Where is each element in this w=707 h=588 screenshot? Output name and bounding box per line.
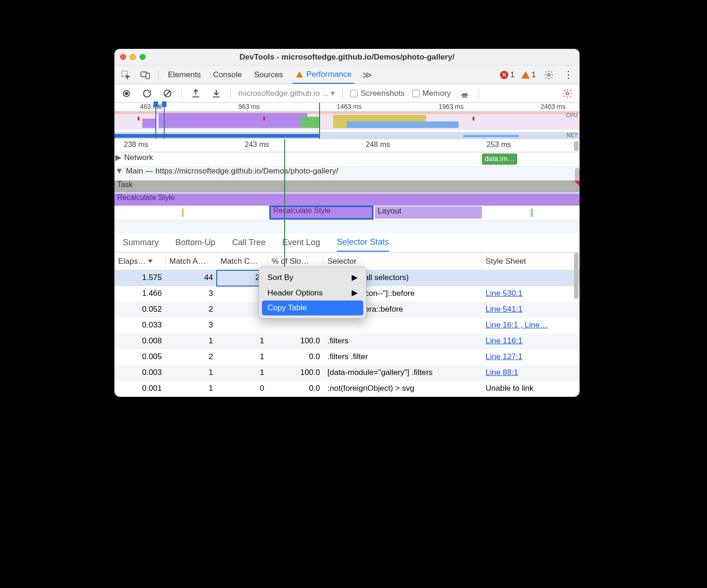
cell-stylesheet <box>482 270 566 286</box>
tab-summary[interactable]: Summary <box>123 234 159 251</box>
device-toolbar-icon[interactable] <box>139 68 152 81</box>
cell-stylesheet: Line 541:1 <box>482 302 566 318</box>
tab-label: Sources <box>254 70 283 80</box>
cell-match-attempts: 44 <box>166 270 217 286</box>
task-bar[interactable]: Task <box>114 180 580 193</box>
table-row[interactable]: 0.00311100.0[data-module="gallery"] .fil… <box>114 365 580 381</box>
checkbox-label: Memory <box>422 89 451 98</box>
tab-selector-stats[interactable]: Selector Stats <box>337 234 389 252</box>
svg-rect-2 <box>146 73 149 79</box>
overview-tick: 2463 ms <box>540 103 566 110</box>
screenshots-checkbox[interactable]: Screenshots <box>350 89 405 98</box>
table-row[interactable]: 0.0333Line 16:1 , Line… <box>114 318 580 334</box>
col-header-elapsed[interactable]: Elaps… <box>114 253 166 270</box>
flame-chart[interactable]: ▶Network data:im… ▼Main — https://micros… <box>114 152 580 233</box>
cell-selector: .filters .filter <box>324 349 482 365</box>
tab-event-log[interactable]: Event Log <box>282 234 320 251</box>
cell-match-attempts: 2 <box>166 349 217 365</box>
memory-checkbox[interactable]: Memory <box>412 89 451 98</box>
cpu-label: CPU <box>566 112 578 119</box>
cell-selector: [data-module="gallery"] .filters <box>324 365 482 381</box>
sort-desc-icon <box>148 260 153 263</box>
stylesheet-link[interactable]: Line 88:1 <box>486 368 518 377</box>
col-header-stylesheet[interactable]: Style Sheet <box>482 253 566 270</box>
cell-selector <box>324 318 482 334</box>
warning-icon <box>296 71 302 77</box>
menu-item-sort-by[interactable]: Sort By▶ <box>262 270 363 285</box>
detail-ruler[interactable]: 238 ms 243 ms 248 ms 253 ms <box>114 139 580 152</box>
cell-stylesheet: Line 127:1 <box>482 349 566 365</box>
checkbox-label: Screenshots <box>360 89 405 98</box>
reload-record-button[interactable] <box>140 87 153 100</box>
stylesheet-link[interactable]: Line 530:1 <box>486 289 522 298</box>
timeline-overview[interactable]: 463 ms 963 ms 1463 ms 1963 ms 2463 ms CP… <box>114 103 580 139</box>
expand-icon: ▶ <box>115 153 121 162</box>
cell-pct-slow: 100.0 <box>268 334 324 349</box>
record-button[interactable] <box>120 87 133 100</box>
svg-point-3 <box>547 74 550 76</box>
download-icon[interactable] <box>210 87 223 100</box>
warning-icon <box>521 71 530 79</box>
net-label: NET <box>567 132 578 139</box>
tab-call-tree[interactable]: Call Tree <box>232 234 266 251</box>
tab-label: Elements <box>168 70 201 80</box>
titlebar: DevTools - microsoftedge.github.io/Demos… <box>114 49 580 66</box>
cell-match-count: 0 <box>217 381 268 397</box>
garbage-collect-icon[interactable] <box>458 87 471 100</box>
upload-icon[interactable] <box>189 87 202 100</box>
cell-elapsed: 0.005 <box>114 349 166 365</box>
collapse-icon: ▼ <box>115 167 123 176</box>
overview-tick: 1963 ms <box>439 103 464 110</box>
devtools-window: DevTools - microsoftedge.github.io/Demos… <box>114 49 580 397</box>
main-tab-strip: Elements Console Sources Performance ≫ ✕… <box>114 66 580 84</box>
network-track-header[interactable]: ▶Network data:im… <box>114 152 580 166</box>
cell-elapsed: 0.008 <box>114 334 166 349</box>
overview-tick: 963 ms <box>238 103 260 110</box>
table-row[interactable]: 0.00811100.0.filtersLine 116:1 <box>114 334 580 349</box>
cell-match-attempts: 1 <box>166 381 217 397</box>
recalculate-style-bar[interactable]: Recalculate Style <box>114 194 580 206</box>
scrollbar-thumb[interactable] <box>574 141 579 151</box>
more-tabs-button[interactable]: ≫ <box>361 68 374 81</box>
col-header-match-attempts[interactable]: Match A… <box>166 253 217 270</box>
table-row[interactable]: 0.005210.0.filters .filterLine 127:1 <box>114 349 580 365</box>
ruler-tick: 253 ms <box>487 140 511 149</box>
warning-count-value: 1 <box>532 70 536 80</box>
warning-count[interactable]: 1 <box>521 70 536 80</box>
cell-elapsed: 0.052 <box>114 302 166 318</box>
error-count[interactable]: ✕ 1 <box>500 70 514 80</box>
tab-performance[interactable]: Performance <box>293 66 354 84</box>
main-track-header[interactable]: ▼Main — https://microsoftedge.github.io/… <box>114 166 580 180</box>
event-bar[interactable] <box>531 208 533 217</box>
clear-button[interactable] <box>161 87 174 100</box>
submenu-arrow-icon: ▶ <box>352 273 358 282</box>
recording-dropdown[interactable]: microsoftedge.github.io ... ▾ <box>238 88 335 98</box>
stylesheet-link[interactable]: Line 16:1 , Line… <box>486 321 547 329</box>
settings-icon[interactable] <box>542 68 555 81</box>
inspect-icon[interactable] <box>119 68 132 81</box>
stylesheet-link[interactable]: Line 127:1 <box>486 352 522 361</box>
layout-bar[interactable]: Layout <box>375 207 482 219</box>
stylesheet-link[interactable]: Line 541:1 <box>486 305 522 314</box>
menu-item-header-options[interactable]: Header Options▶ <box>262 285 363 301</box>
table-row[interactable]: 0.001100.0:not(foreignObject) > svgUnabl… <box>114 381 580 397</box>
kebab-menu-icon[interactable]: ⋮ <box>562 68 575 81</box>
recalculate-style-bar-selected[interactable]: Recalculate Style <box>270 207 373 219</box>
capture-settings-icon[interactable] <box>561 87 574 100</box>
tab-console[interactable]: Console <box>210 67 245 83</box>
cell-stylesheet: Unable to link <box>482 381 566 397</box>
tab-bottom-up[interactable]: Bottom-Up <box>175 234 215 251</box>
track-label: Network <box>124 153 153 162</box>
tab-label: Performance <box>307 70 352 79</box>
ruler-tick: 243 ms <box>245 140 269 149</box>
tab-elements[interactable]: Elements <box>165 67 204 83</box>
tab-label: Console <box>213 70 242 80</box>
stylesheet-link[interactable]: Line 116:1 <box>486 336 522 345</box>
event-bar[interactable] <box>182 208 184 217</box>
track-label: Main — https://microsoftedge.github.io/D… <box>126 167 338 175</box>
menu-item-copy-table[interactable]: Copy Table <box>262 301 363 315</box>
network-request-pill[interactable]: data:im… <box>482 154 517 165</box>
cell-match-attempts: 3 <box>166 318 217 334</box>
tab-sources[interactable]: Sources <box>251 67 286 83</box>
scrollbar-thumb[interactable] <box>574 253 579 299</box>
